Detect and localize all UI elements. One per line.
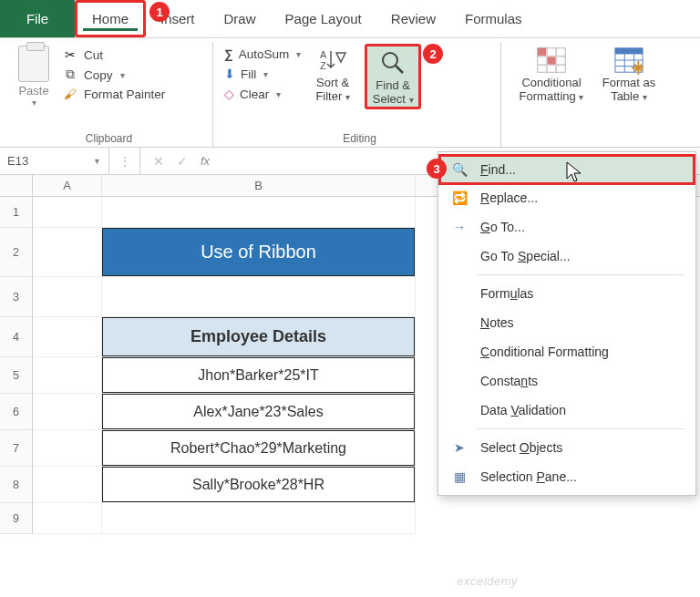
row-header-2[interactable]: 2 — [0, 228, 33, 277]
svg-rect-11 — [538, 66, 546, 73]
format-as-table-button[interactable]: Format as Table ▾ — [594, 44, 664, 104]
copy-button[interactable]: ⧉Copy▾ — [62, 67, 165, 82]
tab-formulas[interactable]: Formulas — [450, 0, 537, 37]
autosum-button[interactable]: ∑AutoSum▾ — [224, 47, 301, 61]
col-a-label: A — [63, 179, 71, 192]
fx-icon[interactable]: fx — [201, 154, 210, 168]
chevron-down-icon[interactable]: ▾ — [263, 69, 268, 79]
format-painter-button[interactable]: 🖌Format Painter — [62, 87, 165, 101]
name-box[interactable]: E13 ▼ — [0, 148, 109, 174]
chevron-down-icon[interactable]: ▾ — [32, 98, 36, 108]
tab-review[interactable]: Review — [376, 0, 450, 37]
group-editing-label: Editing — [224, 130, 495, 145]
col-header-b[interactable]: B — [102, 175, 416, 196]
menu-formulas[interactable]: •Formulas — [438, 279, 695, 308]
svg-rect-5 — [538, 48, 546, 56]
select-all[interactable] — [0, 175, 33, 196]
clear-label: Clear — [240, 87, 269, 101]
table-header-cell[interactable]: Employee Details — [102, 317, 415, 356]
title-cell[interactable]: Use of Ribbon — [102, 228, 415, 276]
copy-icon: ⧉ — [62, 67, 78, 82]
sort-filter-label-1: Sort & — [316, 77, 349, 90]
chevron-down-icon[interactable]: ▾ — [120, 70, 125, 80]
tab-review-label: Review — [391, 11, 436, 26]
row-header-7[interactable]: 7 — [0, 430, 33, 467]
row-header-5[interactable]: 5 — [0, 357, 33, 394]
svg-rect-15 — [615, 48, 643, 55]
tab-page-layout-label: Page Layout — [285, 11, 362, 26]
find-select-label-2: Select — [373, 92, 406, 106]
callout-badge-2: 2 — [423, 44, 443, 64]
col-b-label: B — [254, 179, 262, 192]
find-select-label-1: Find & — [376, 79, 410, 93]
menu-separator — [477, 428, 685, 429]
menu-cond-formatting[interactable]: •Conditional Formatting — [438, 337, 695, 366]
menu-data-validation[interactable]: •Data Validation — [438, 396, 695, 425]
row-header-6[interactable]: 6 — [0, 394, 33, 430]
tab-draw[interactable]: Draw — [210, 0, 271, 37]
row-header-1[interactable]: 1 — [0, 197, 33, 228]
cut-button[interactable]: ✂Cut — [62, 47, 165, 62]
fill-label: Fill — [241, 67, 256, 81]
row-header-8[interactable]: 8 — [0, 467, 33, 503]
chevron-down-icon[interactable]: ▾ — [296, 49, 301, 59]
chevron-down-icon[interactable]: ▾ — [409, 95, 414, 105]
table-row[interactable]: Sally*Brooke*28*HR — [102, 467, 415, 502]
row-header-9[interactable]: 9 — [0, 503, 33, 534]
menu-find-rest: ind... — [489, 162, 516, 177]
sheet-body[interactable]: Use of Ribbon Employee Details Jhon*Bark… — [33, 197, 416, 534]
table-row[interactable]: Robert*Chao*29*Marketing — [102, 430, 415, 466]
name-box-value: E13 — [7, 154, 28, 168]
table-label-2: Table — [611, 89, 639, 103]
clear-button[interactable]: ◇Clear▾ — [224, 87, 301, 101]
cond-format-label-1: Conditional — [521, 77, 581, 90]
callout-badge-3: 3 — [427, 159, 447, 179]
paste-button[interactable]: Paste ▾ — [11, 44, 57, 108]
table-row[interactable]: Jhon*Barker*25*IT — [102, 357, 415, 393]
table-label-1: Format as — [602, 77, 656, 90]
conditional-formatting-button[interactable]: Conditional Formatting ▾ — [512, 44, 591, 104]
tab-file[interactable]: File — [0, 0, 75, 37]
svg-rect-13 — [557, 66, 565, 73]
find-select-button[interactable]: Find & Select ▾ — [365, 44, 421, 109]
row-headers: 1 2 3 4 5 6 7 8 9 — [0, 197, 33, 534]
svg-rect-9 — [547, 57, 555, 64]
chevron-down-icon[interactable]: ▾ — [276, 89, 281, 99]
formula-bar-buttons: ✕ ✓ fx — [140, 154, 222, 169]
table-row[interactable]: Alex*Jane*23*Sales — [102, 394, 415, 429]
menu-goto-special[interactable]: •Go To Special... — [438, 242, 695, 271]
table-icon — [614, 46, 643, 75]
chevron-down-icon[interactable]: ▾ — [643, 92, 647, 102]
cancel-icon[interactable]: ✕ — [153, 154, 164, 169]
row-header-4[interactable]: 4 — [0, 317, 33, 357]
menu-select-objects[interactable]: ➤Select Objects — [438, 433, 695, 462]
chevron-down-icon[interactable]: ▾ — [345, 92, 350, 102]
row-header-3[interactable]: 3 — [0, 277, 33, 317]
enter-icon[interactable]: ✓ — [177, 154, 188, 169]
tab-page-layout[interactable]: Page Layout — [271, 0, 376, 37]
paintbrush-icon: 🖌 — [62, 87, 78, 101]
svg-point-2 — [383, 53, 397, 67]
sort-filter-icon: AZ — [318, 46, 347, 75]
group-editing: ∑AutoSum▾ ⬇Fill▾ ◇Clear▾ AZ Sort & Filte… — [219, 42, 501, 147]
selection-pane-icon: ▦ — [451, 469, 468, 484]
menu-notes[interactable]: •Notes — [438, 308, 695, 337]
sort-filter-button[interactable]: AZ Sort & Filter ▾ — [304, 44, 361, 104]
menu-selection-pane[interactable]: ▦Selection Pane... — [438, 462, 695, 491]
cond-format-label-2: Formatting — [520, 89, 576, 103]
menu-goto[interactable]: →Go To... — [438, 212, 695, 242]
format-painter-label: Format Painter — [84, 87, 165, 101]
name-box-split[interactable]: ⋮ — [109, 148, 140, 174]
col-header-a[interactable]: A — [33, 175, 102, 196]
tab-draw-label: Draw — [224, 11, 256, 26]
fill-button[interactable]: ⬇Fill▾ — [224, 67, 301, 81]
tab-bar: File Home Insert Draw Page Layout Review… — [0, 0, 700, 38]
mouse-cursor-icon — [565, 160, 583, 187]
tab-home[interactable]: Home — [75, 0, 146, 37]
chevron-down-icon[interactable]: ▾ — [579, 92, 583, 102]
tab-formulas-label: Formulas — [465, 11, 522, 26]
menu-constants[interactable]: •Constants — [438, 366, 695, 396]
group-styles-label — [512, 130, 664, 145]
chevron-down-icon[interactable]: ▼ — [93, 157, 101, 166]
menu-replace[interactable]: 🔁Replace... — [438, 183, 695, 212]
